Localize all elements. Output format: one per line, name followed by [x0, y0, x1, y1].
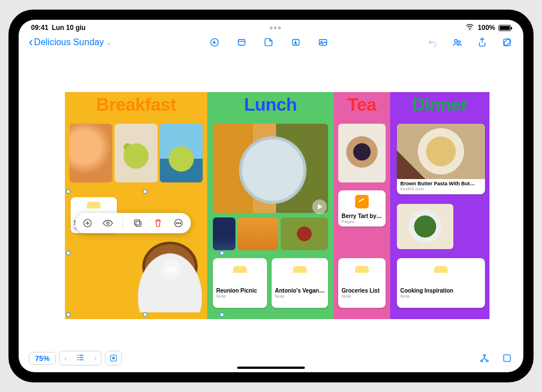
image-thumb[interactable]	[238, 217, 278, 250]
note-card-cooking[interactable]: Cooking Inspiration Note	[397, 258, 485, 308]
device-frame: 09:41 Lun 10 giu ••• 100% ‹ Delicious Su…	[8, 10, 534, 382]
quicklook-icon[interactable]	[102, 217, 113, 229]
card-title: Cooking Inspiration	[397, 288, 485, 294]
card-subtitle: Note	[338, 294, 386, 299]
home-indicator[interactable]	[237, 367, 305, 369]
battery-pct: 100%	[478, 24, 495, 32]
column-title: Dinner	[390, 92, 489, 115]
note-card-groceries[interactable]: Groceries List Note	[338, 258, 386, 308]
battery-icon	[499, 25, 511, 31]
svg-point-18	[77, 355, 78, 356]
column-title: Tea	[334, 92, 390, 115]
undo-icon[interactable]	[426, 36, 439, 49]
favorite-scene-button[interactable]	[105, 351, 122, 365]
card-subtitle: Note	[213, 294, 267, 299]
card-title: Antonio's Vegan Tacos	[272, 288, 328, 294]
live-badge-icon	[161, 259, 181, 280]
add-connection-icon[interactable]	[82, 217, 93, 229]
image-thumb[interactable]	[213, 217, 235, 250]
media-tool-icon[interactable]	[317, 36, 329, 49]
shape-tool-icon[interactable]	[263, 36, 275, 49]
note-card-tacos[interactable]: Antonio's Vegan Tacos Note	[272, 258, 328, 308]
status-time: 09:41	[31, 24, 49, 32]
prev-scene-button[interactable]: ‹	[60, 354, 72, 363]
chevron-left-icon: ‹	[29, 36, 33, 49]
svg-point-9	[169, 268, 173, 271]
card-title: Groceries List	[338, 288, 386, 294]
card-title: Reunion Picnic	[213, 288, 267, 294]
column-title: Lunch	[207, 92, 334, 115]
notes-app-icon	[434, 266, 448, 280]
more-icon[interactable]	[173, 217, 184, 229]
svg-rect-12	[136, 221, 141, 227]
image-thumb[interactable]	[160, 124, 203, 182]
image-thumb[interactable]	[69, 124, 112, 182]
separator	[123, 217, 123, 229]
svg-point-15	[176, 223, 177, 224]
card-subtitle: Note	[272, 294, 328, 299]
svg-rect-13	[134, 220, 139, 225]
pages-card-berry-tart[interactable]: Berry Tart by Olivia Pages	[338, 190, 386, 227]
svg-point-24	[483, 354, 485, 356]
svg-point-6	[454, 40, 457, 42]
screen: 09:41 Lun 10 giu ••• 100% ‹ Delicious Su…	[19, 20, 523, 372]
image-salad[interactable]	[397, 204, 453, 249]
svg-point-20	[77, 359, 78, 360]
next-scene-button[interactable]: ›	[90, 354, 102, 363]
back-button[interactable]: ‹ Delicious Sunday ⌄	[29, 36, 111, 49]
status-date: Lun 10 giu	[52, 24, 86, 32]
zoom-level-button[interactable]: 75%	[29, 352, 56, 365]
scene-navigator: ‹ ›	[59, 351, 102, 365]
card-subtitle: Pages	[338, 219, 386, 224]
notes-app-icon	[293, 266, 307, 280]
svg-point-0	[469, 29, 470, 30]
graph-view-icon[interactable]	[478, 352, 491, 364]
link-card-pasta[interactable]: Brown Butter Pasta With But… food52.com	[397, 124, 485, 194]
compose-icon[interactable]	[501, 36, 513, 49]
card-subtitle: food52.com	[400, 186, 482, 191]
svg-rect-2	[238, 40, 245, 45]
image-thumb[interactable]	[115, 124, 158, 182]
notes-app-icon	[233, 266, 247, 280]
canvas[interactable]: Breakfast Lunch Tea Dinner Summer Party	[19, 54, 523, 345]
wifi-icon	[465, 23, 474, 33]
multitask-dots-icon[interactable]: •••	[269, 22, 282, 34]
duplicate-icon[interactable]	[132, 217, 143, 229]
delete-icon[interactable]	[152, 217, 164, 229]
card-title: Berry Tart by Olivia	[338, 213, 386, 219]
svg-point-16	[178, 223, 179, 224]
note-card-reunion[interactable]: Reunion Picnic Note	[213, 258, 267, 308]
markup-tool-icon[interactable]	[208, 36, 221, 49]
image-lunch-plate[interactable]	[213, 124, 328, 213]
svg-rect-25	[504, 355, 510, 361]
collaborate-icon[interactable]	[451, 36, 464, 49]
notes-app-icon	[355, 266, 369, 280]
sticky-note-tool-icon[interactable]	[235, 36, 248, 49]
column-title: Breakfast	[65, 92, 207, 115]
fit-view-icon[interactable]	[501, 352, 513, 364]
image-thumb[interactable]	[281, 217, 328, 250]
card-title: Brown Butter Pasta With But…	[400, 181, 482, 186]
bottom-toolbar: 75% ‹ ›	[29, 351, 513, 365]
app-toolbar: ‹ Delicious Sunday ⌄	[19, 32, 523, 53]
card-subtitle: Note	[397, 294, 485, 299]
play-icon[interactable]	[312, 199, 327, 214]
share-icon[interactable]	[476, 36, 488, 49]
svg-point-7	[458, 41, 460, 43]
status-bar: 09:41 Lun 10 giu ••• 100%	[19, 20, 523, 32]
board: Breakfast Lunch Tea Dinner Summer Party	[65, 92, 499, 319]
pages-app-icon	[355, 195, 369, 208]
link-preview-image	[397, 124, 485, 179]
chevron-down-icon[interactable]: ⌄	[106, 39, 111, 46]
image-galette[interactable]	[338, 124, 386, 182]
text-tool-icon[interactable]	[290, 36, 302, 49]
selection-context-toolbar	[75, 213, 191, 233]
svg-point-19	[77, 357, 78, 358]
board-title: Delicious Sunday	[34, 37, 104, 47]
scene-list-icon[interactable]	[72, 353, 90, 364]
svg-point-17	[180, 223, 181, 224]
svg-point-11	[107, 222, 109, 224]
